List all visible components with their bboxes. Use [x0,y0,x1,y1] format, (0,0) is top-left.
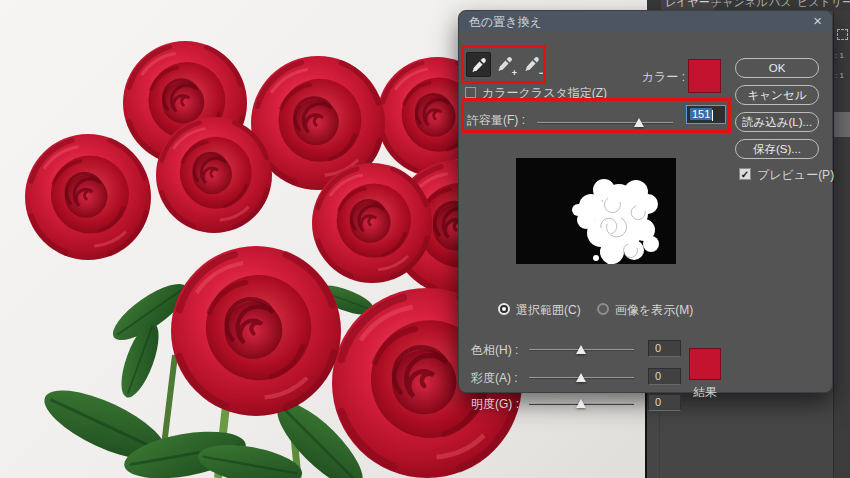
fuzziness-label: 許容量(F) : [467,112,525,129]
side-tool-strip: : 1 : 1 [833,11,850,478]
selection-mask [516,158,676,264]
hue-input[interactable]: 0 [648,340,681,357]
marquee-icon[interactable] [837,29,848,40]
eyedropper-minus-icon [524,56,540,72]
eyedropper-icon [471,57,487,73]
eyedropper-plus-button[interactable]: + [493,52,518,77]
lightness-label: 明度(G) : [471,396,519,413]
lightness-input[interactable]: 0 [648,394,681,411]
dialog-title: 色の置き換え [469,14,542,31]
eyedropper-plus-icon [497,56,513,72]
hue-slider-thumb[interactable] [576,345,586,354]
photoshop-workspace: レイヤー チャンネル パス ヒストリー : 1 : 1 色の置き換え × [0,0,850,478]
dialog-titlebar[interactable]: 色の置き換え × [459,11,832,32]
save-button[interactable]: 保存(S)... [735,139,819,159]
strip-value: : 1 [835,51,844,60]
hue-label: 色相(H) : [471,342,518,359]
lightness-value: 0 [655,396,661,408]
fuzziness-input[interactable]: 151 [686,105,726,124]
tab-paths[interactable]: パス [769,0,792,10]
saturation-label: 彩度(A) : [471,370,518,387]
result-swatch [689,348,721,380]
dialog-body: + − カラー : カラークラスタ指定(Z) 許容量(F) : 151 [459,32,832,392]
color-cluster-checkbox[interactable] [465,87,476,98]
result-label: 結果 [689,384,721,401]
lightness-slider-thumb[interactable] [576,399,586,408]
saturation-input[interactable]: 0 [648,368,681,385]
preview-label: プレビュー(P) [757,167,834,184]
cancel-button[interactable]: キャンセル [735,85,819,105]
color-swatch[interactable] [688,59,721,93]
radio-image-label: 画像を表示(M) [615,302,693,319]
radio-selection-label: 選択範囲(C) [516,302,581,319]
preview-checkbox[interactable]: ✓ [739,168,751,180]
selection-preview-thumbnail[interactable] [516,158,676,264]
replace-color-dialog: 色の置き換え × + [458,10,833,393]
strip-button[interactable] [834,112,850,137]
color-cluster-label: カラークラスタ指定(Z) [482,85,607,102]
minus-modifier: − [539,68,544,78]
saturation-slider-thumb[interactable] [576,373,586,382]
ok-button[interactable]: OK [735,58,819,78]
color-label: カラー : [609,69,685,86]
saturation-value: 0 [655,370,661,382]
close-icon[interactable]: × [813,12,822,29]
plus-modifier: + [512,68,517,78]
hue-value: 0 [655,342,661,354]
radio-image[interactable] [597,303,609,315]
load-button[interactable]: 読み込み(L)... [735,112,819,132]
tab-layers[interactable]: レイヤー [661,0,714,10]
tab-channels[interactable]: チャンネル [711,0,767,10]
text-caret [712,110,713,121]
strip-value: : 1 [835,71,844,80]
radio-selection[interactable] [498,303,510,315]
eyedropper-minus-button[interactable]: − [520,52,545,77]
eyedropper-button[interactable] [466,52,491,77]
fuzziness-value: 151 [690,108,712,120]
fuzziness-slider-track[interactable] [537,122,673,124]
fuzziness-slider-thumb[interactable] [634,118,644,127]
tab-history[interactable]: ヒストリー [797,0,850,10]
